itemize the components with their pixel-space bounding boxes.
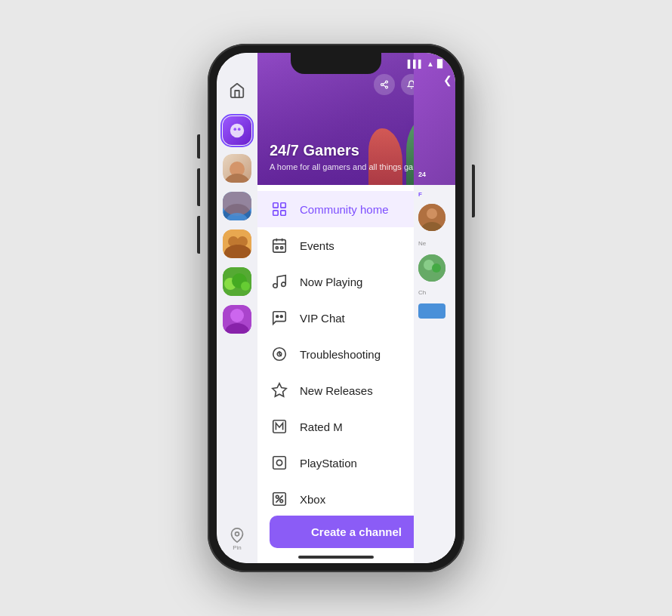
chevron-icon: ❮	[443, 74, 452, 86]
phone-screen: ▌▌▌ ▲ ▉	[217, 53, 455, 563]
sidebar-avatar-1[interactable]	[223, 154, 251, 183]
svg-point-44	[276, 316, 279, 318]
status-bar: ▌▌▌ ▲ ▉	[396, 53, 455, 74]
now-playing-label: Now Playing	[300, 276, 362, 288]
volume-down-button	[197, 168, 200, 206]
svg-rect-41	[281, 247, 283, 249]
playstation-icon	[270, 453, 289, 473]
xbox-label: Xbox	[300, 493, 325, 506]
sidebar-avatar-4[interactable]	[223, 267, 251, 296]
svg-point-22	[427, 208, 437, 219]
wifi-icon: ▲	[427, 60, 434, 68]
svg-point-0	[230, 124, 244, 137]
svg-line-55	[276, 495, 282, 502]
playstation-label: PlayStation	[300, 457, 357, 470]
svg-rect-50	[273, 457, 286, 470]
banner-title: 24/7 Gamers A home for all gamers and al…	[270, 142, 433, 173]
rated-m-label: Rated M	[300, 420, 343, 433]
screen-content: Pin ❮ 24 F	[217, 53, 455, 563]
community-description: A home for all gamers and all things gam…	[270, 162, 433, 173]
share-button[interactable]	[374, 74, 395, 95]
svg-point-28	[381, 84, 384, 86]
svg-marker-48	[273, 383, 286, 396]
svg-rect-34	[273, 211, 278, 215]
sidebar-avatar-3[interactable]	[223, 229, 251, 258]
svg-point-42	[273, 284, 278, 288]
svg-rect-35	[281, 211, 285, 215]
svg-point-54	[280, 500, 283, 503]
vip-chat-icon	[270, 308, 289, 328]
svg-point-18	[230, 309, 244, 322]
signal-icon: ▌▌▌	[408, 60, 424, 68]
troubleshooting-label: Troubleshooting	[300, 348, 381, 361]
svg-point-20	[236, 532, 239, 536]
svg-point-27	[386, 81, 388, 83]
events-icon	[270, 236, 289, 255]
right-peek-panel: ❮ 24 F	[414, 53, 455, 563]
svg-point-45	[280, 316, 282, 318]
svg-point-53	[276, 495, 279, 498]
community-name: 24/7 Gamers	[270, 142, 433, 159]
power-button	[472, 165, 475, 217]
svg-point-29	[386, 86, 388, 88]
svg-rect-32	[273, 203, 278, 208]
svg-point-7	[223, 192, 251, 216]
sidebar: Pin	[217, 53, 257, 563]
svg-rect-33	[281, 203, 285, 208]
svg-point-26	[432, 263, 441, 273]
svg-point-2	[238, 128, 241, 131]
svg-line-31	[383, 82, 385, 84]
vip-chat-label: VIP Chat	[300, 312, 345, 325]
rated-m-icon	[270, 417, 289, 436]
sidebar-avatar-active[interactable]	[223, 116, 251, 145]
community-home-label: Community home	[300, 203, 389, 216]
svg-point-4	[223, 174, 251, 183]
volume-up-button	[197, 134, 200, 159]
sidebar-home[interactable]	[223, 77, 251, 104]
xbox-icon	[270, 489, 289, 508]
community-home-icon	[270, 199, 289, 219]
sidebar-avatar-2[interactable]	[223, 192, 251, 220]
now-playing-icon	[270, 272, 289, 291]
troubleshooting-icon	[270, 344, 289, 364]
svg-point-16	[241, 282, 250, 291]
svg-rect-40	[276, 247, 278, 249]
main-content: ❮ 24 F	[257, 53, 455, 563]
pin-label: Pin	[233, 544, 242, 551]
new-releases-icon	[270, 380, 289, 400]
right-peek-content: F Ne	[414, 185, 455, 325]
svg-line-30	[383, 85, 385, 87]
home-indicator	[298, 556, 374, 559]
phone-frame: ▌▌▌ ▲ ▉	[208, 44, 464, 572]
svg-point-43	[282, 282, 286, 287]
battery-icon: ▉	[437, 60, 443, 68]
sidebar-pin[interactable]: Pin	[230, 528, 245, 551]
sidebar-avatar-5[interactable]	[223, 305, 251, 334]
svg-rect-36	[273, 240, 286, 253]
svg-point-51	[276, 460, 282, 465]
events-label: Events	[300, 239, 334, 252]
svg-point-1	[233, 128, 236, 131]
new-releases-label: New Releases	[300, 384, 373, 397]
silent-switch	[197, 216, 200, 254]
notch	[291, 53, 381, 74]
